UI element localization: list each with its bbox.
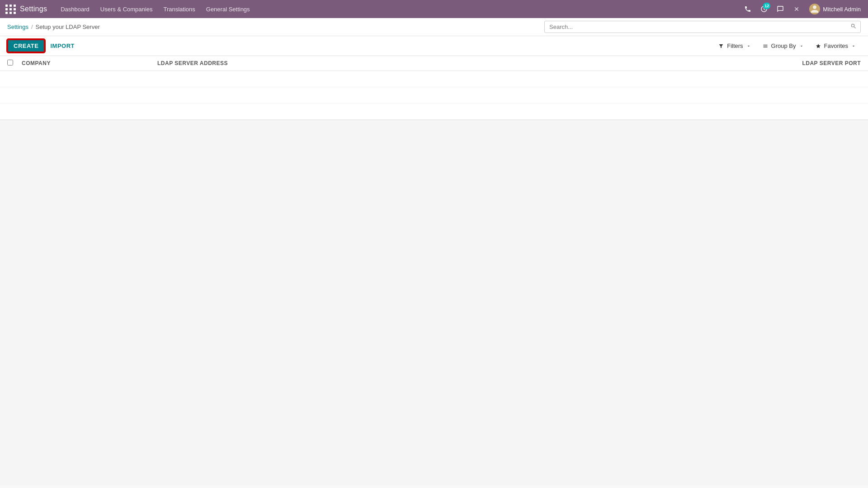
col-header-company: Company [22, 60, 157, 66]
breadcrumb-current: Setup your LDAP Server [36, 23, 100, 30]
breadcrumb: Settings / Setup your LDAP Server [7, 23, 100, 30]
apps-menu-icon[interactable] [4, 2, 18, 16]
groupby-label: Group By [771, 42, 796, 49]
filters-button[interactable]: Filters [713, 40, 755, 52]
nav-translations[interactable]: Translations [159, 4, 199, 14]
search-bar [544, 21, 861, 33]
favorites-button[interactable]: Favorites [811, 40, 861, 52]
search-icon[interactable] [847, 21, 860, 33]
table-row[interactable] [0, 87, 868, 103]
phone-icon[interactable] [741, 2, 755, 16]
topbar-nav: Dashboard Users & Companies Translations… [56, 4, 741, 14]
breadcrumb-parent[interactable]: Settings [7, 23, 28, 30]
table-header: Company LDAP Server address LDAP Server … [0, 56, 868, 71]
table-row[interactable] [0, 103, 868, 120]
nav-general-settings[interactable]: General Settings [202, 4, 255, 14]
nav-dashboard[interactable]: Dashboard [56, 4, 94, 14]
table-container: Company LDAP Server address LDAP Server … [0, 56, 868, 120]
create-button[interactable]: CREATE [7, 39, 45, 52]
col-header-ldap-address: LDAP Server address [157, 60, 788, 66]
favorites-label: Favorites [824, 42, 848, 49]
breadcrumb-bar: Settings / Setup your LDAP Server [0, 18, 868, 36]
action-bar: CREATE IMPORT Filters Group By Fav [0, 36, 868, 56]
groupby-button[interactable]: Group By [758, 40, 809, 52]
clock-badge: 12 [763, 3, 770, 9]
search-input[interactable] [545, 21, 847, 33]
filters-label: Filters [727, 42, 743, 49]
select-all-checkbox[interactable] [7, 60, 16, 67]
topbar: Settings Dashboard Users & Companies Tra… [0, 0, 868, 18]
select-all-input[interactable] [7, 60, 13, 66]
nav-users-companies[interactable]: Users & Companies [96, 4, 157, 14]
filter-bar: Filters Group By Favorites [713, 40, 861, 52]
col-header-ldap-port: LDAP Server port [788, 60, 861, 66]
chat-icon[interactable] [773, 2, 788, 16]
user-menu[interactable]: Mitchell Admin [806, 2, 864, 16]
topbar-actions: 12 Mitchell Admin [741, 2, 864, 16]
main-content [0, 120, 868, 485]
user-name: Mitchell Admin [823, 6, 861, 13]
clock-icon[interactable]: 12 [757, 2, 771, 16]
breadcrumb-separator: / [31, 23, 33, 30]
table-row[interactable] [0, 71, 868, 87]
import-button[interactable]: IMPORT [48, 40, 76, 52]
close-icon[interactable] [789, 2, 804, 16]
app-title: Settings [20, 5, 47, 13]
avatar [809, 4, 820, 14]
